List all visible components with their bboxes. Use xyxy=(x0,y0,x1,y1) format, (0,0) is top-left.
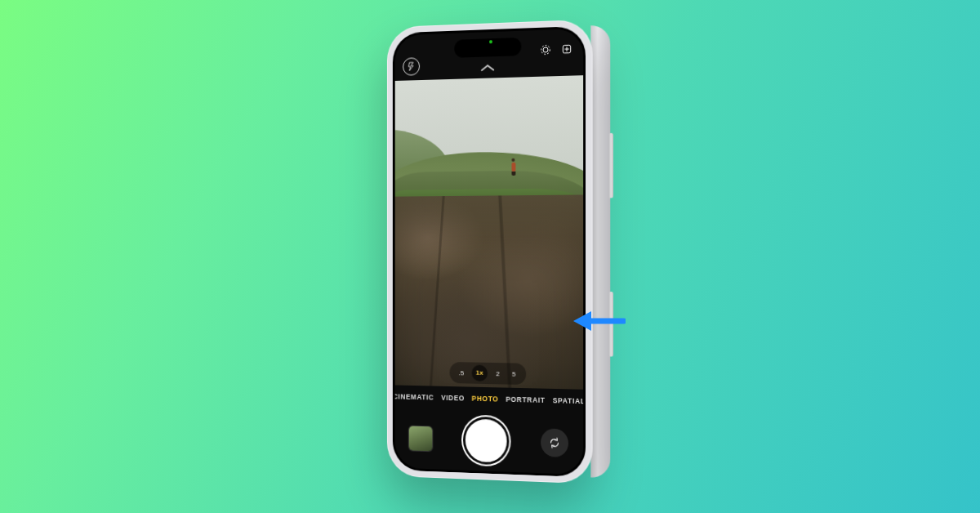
night-mode-toggle[interactable] xyxy=(537,41,554,58)
svg-point-0 xyxy=(541,45,550,54)
phone-mockup: .5 1x 2 5 CINEMATIC VIDEO PHOTO PORTRAIT… xyxy=(385,25,595,479)
flash-toggle[interactable] xyxy=(403,57,420,76)
phone-side-rail xyxy=(590,25,610,478)
camera-flip-button[interactable] xyxy=(541,428,568,457)
camera-mode-selector[interactable]: CINEMATIC VIDEO PHOTO PORTRAIT SPATIAL xyxy=(395,385,583,405)
camera-app-screen: .5 1x 2 5 CINEMATIC VIDEO PHOTO PORTRAIT… xyxy=(395,29,583,475)
mode-portrait[interactable]: PORTRAIT xyxy=(506,395,545,404)
mode-video[interactable]: VIDEO xyxy=(441,394,465,403)
viewfinder-scene xyxy=(395,75,583,390)
svg-point-1 xyxy=(543,47,548,52)
camera-viewfinder[interactable]: .5 1x 2 5 xyxy=(395,75,583,390)
chevron-up-icon xyxy=(479,63,496,73)
photographic-styles-toggle[interactable] xyxy=(559,41,575,58)
zoom-selector[interactable]: .5 1x 2 5 xyxy=(450,362,527,385)
camera-active-indicator xyxy=(489,40,492,43)
mode-spatial[interactable]: SPATIAL xyxy=(553,396,583,405)
mode-cinematic[interactable]: CINEMATIC xyxy=(395,392,434,401)
power-button[interactable] xyxy=(608,133,613,199)
flash-off-icon xyxy=(407,61,416,71)
shutter-button[interactable] xyxy=(466,419,507,463)
dynamic-island xyxy=(454,38,521,58)
mode-photo[interactable]: PHOTO xyxy=(472,395,499,404)
night-mode-icon xyxy=(539,43,552,57)
scene-person xyxy=(510,158,517,172)
zoom-option-2[interactable]: 2 xyxy=(492,370,504,377)
zoom-option-0-5[interactable]: .5 xyxy=(456,369,467,377)
camera-bottom-toolbar: CINEMATIC VIDEO PHOTO PORTRAIT SPATIAL xyxy=(395,385,583,475)
zoom-option-5[interactable]: 5 xyxy=(509,370,520,377)
camera-flip-icon xyxy=(547,435,562,451)
camera-options-expand[interactable] xyxy=(477,60,497,75)
last-photo-thumbnail[interactable] xyxy=(409,426,433,452)
zoom-option-1x[interactable]: 1x xyxy=(472,365,488,382)
photographic-styles-icon xyxy=(560,42,573,56)
camera-control-button[interactable] xyxy=(608,292,613,357)
screen-bezel: .5 1x 2 5 CINEMATIC VIDEO PHOTO PORTRAIT… xyxy=(393,26,586,478)
